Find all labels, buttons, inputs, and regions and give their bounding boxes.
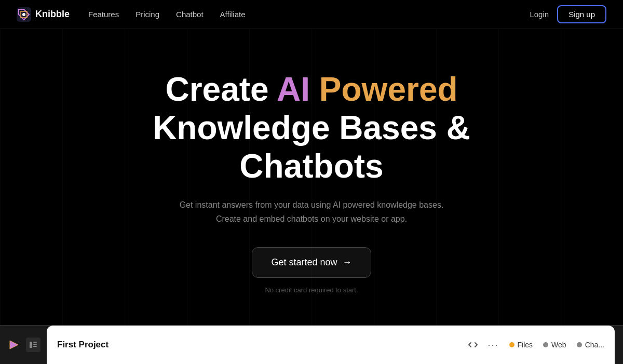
- project-card[interactable]: First Project ··· Files Web Cha..: [47, 326, 615, 365]
- chat-dot-icon: [577, 342, 582, 347]
- tab-web-label: Web: [551, 341, 566, 349]
- more-options-icon[interactable]: ···: [488, 340, 499, 350]
- tab-web[interactable]: Web: [543, 341, 566, 349]
- svg-rect-6: [33, 342, 37, 343]
- hero-title-create: Create: [165, 71, 277, 108]
- nav-links: Features Pricing Chatbot Affiliate: [88, 10, 246, 19]
- bottom-sidebar-icon[interactable]: [26, 338, 40, 352]
- hero-subtitle: Get instant answers from your data using…: [180, 198, 444, 226]
- nav-features[interactable]: Features: [88, 10, 119, 19]
- nav-chatbot[interactable]: Chatbot: [176, 10, 204, 19]
- files-dot-icon: [509, 342, 514, 347]
- tab-chat-label: Cha...: [585, 341, 604, 349]
- cta-button[interactable]: Get started now →: [252, 247, 371, 278]
- logo-text: Knibble: [35, 9, 70, 20]
- signup-button[interactable]: Sign up: [557, 5, 606, 23]
- hero-section: Create AI Powered Knowledge Bases & Chat…: [0, 29, 623, 325]
- nav-pricing[interactable]: Pricing: [136, 10, 159, 19]
- hero-title-space: [310, 71, 319, 108]
- svg-rect-7: [33, 344, 37, 345]
- bottom-bar: First Project ··· Files Web Cha..: [0, 325, 623, 364]
- svg-point-3: [22, 13, 25, 16]
- tab-chat[interactable]: Cha...: [577, 341, 604, 349]
- login-button[interactable]: Login: [530, 10, 549, 19]
- svg-marker-4: [10, 341, 18, 349]
- code-icon[interactable]: [468, 340, 478, 349]
- tab-files[interactable]: Files: [509, 341, 533, 349]
- project-title: First Project: [57, 340, 109, 350]
- tab-files-label: Files: [518, 341, 533, 349]
- svg-rect-5: [30, 342, 32, 348]
- cta-arrow-icon: →: [343, 257, 352, 268]
- logo[interactable]: Knibble: [17, 7, 70, 22]
- project-actions: ··· Files Web Cha...: [468, 340, 604, 350]
- no-credit-card-text: No credit card required to start.: [265, 286, 358, 294]
- hero-title-line2: Knowledge Bases & Chatbots: [153, 109, 470, 185]
- hero-title-powered: Powered: [319, 71, 458, 108]
- knibble-logo-icon: [17, 7, 31, 22]
- cta-label: Get started now: [271, 257, 337, 268]
- navbar: Knibble Features Pricing Chatbot Affilia…: [0, 0, 623, 29]
- navbar-right: Login Sign up: [530, 5, 606, 23]
- nav-affiliate[interactable]: Affiliate: [220, 10, 246, 19]
- bottom-x-icon: [8, 339, 20, 350]
- svg-rect-8: [33, 346, 37, 347]
- web-dot-icon: [543, 342, 548, 347]
- hero-title-ai: AI: [277, 71, 310, 108]
- hero-title: Create AI Powered Knowledge Bases & Chat…: [78, 71, 545, 185]
- hero-subtitle-line2: Create and embed chatbots on your websit…: [216, 214, 407, 223]
- hero-subtitle-line1: Get instant answers from your data using…: [180, 200, 444, 209]
- navbar-left: Knibble Features Pricing Chatbot Affilia…: [17, 7, 246, 22]
